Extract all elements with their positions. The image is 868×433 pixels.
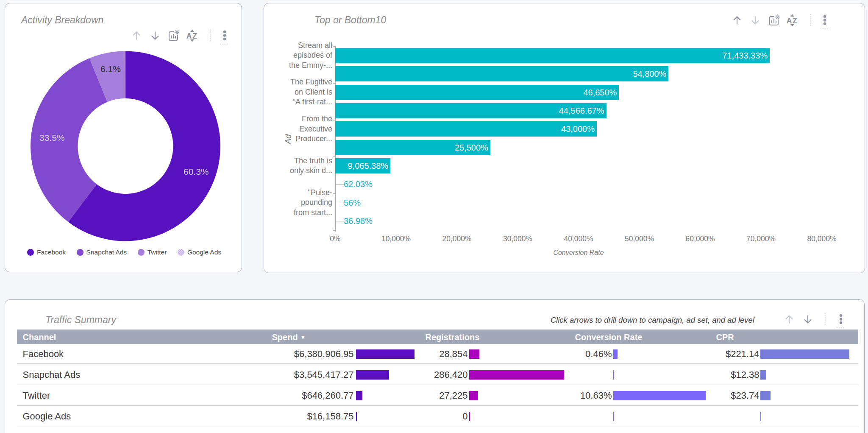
svg-text:A: A [787,17,792,25]
svg-text:Z: Z [793,17,797,25]
